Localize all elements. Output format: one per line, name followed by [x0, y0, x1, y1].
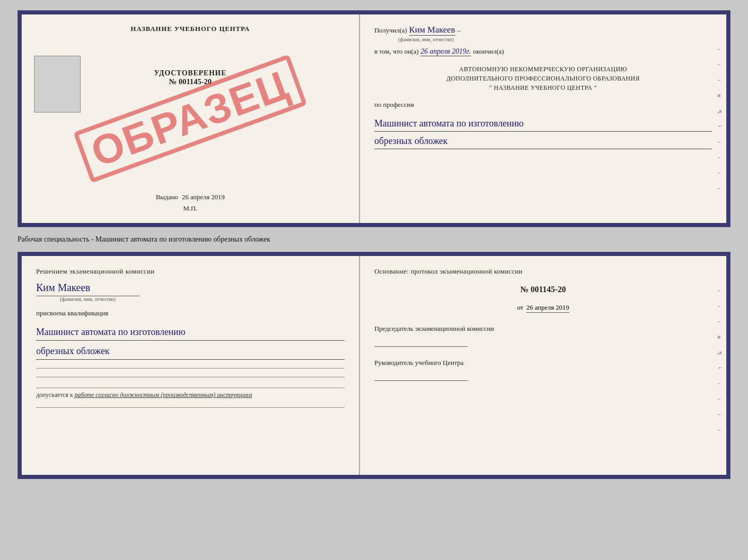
vydano-row: Выдано 26 апреля 2019: [156, 193, 225, 201]
ot-label: от: [517, 303, 523, 311]
dopuskaetsya-text: работе согласно должностным (производств…: [74, 391, 252, 398]
rukovoditel-block: Руководитель учебного Центра: [375, 358, 712, 381]
document-container: НАЗВАНИЕ УЧЕБНОГО ЦЕНТРА ОБРАЗЕЦ УДОСТОВ…: [18, 10, 730, 479]
po-professii-label: по профессии: [375, 101, 712, 109]
prisvoena-label: присвоена квалификация: [36, 309, 345, 317]
vtom-label: в том, что он(а): [375, 47, 419, 56]
fio-sub-bottom: (фамилия, имя, отчество): [36, 296, 139, 302]
komissia-header: Решением экзаменационной комиссии: [36, 266, 345, 277]
dopuskaetsya-block: допускается к работе согласно должностны…: [36, 388, 345, 399]
profession-block: Машинист автомата по изготовлению обрезн…: [375, 114, 712, 149]
poluchil-label: Получил(a): [375, 26, 407, 35]
qual-block: Машинист автомата по изготовлению обрезн…: [36, 322, 345, 360]
caption-text: Рабочая специальность - Машинист автомат…: [18, 233, 730, 246]
top-document: НАЗВАНИЕ УЧЕБНОГО ЦЕНТРА ОБРАЗЕЦ УДОСТОВ…: [18, 10, 730, 227]
dopuskaetsya-prefix: допускается к: [36, 391, 73, 398]
top-doc-right: Получил(a) Ким Макеев – (фамилия, имя, о…: [360, 14, 726, 223]
vydano-date: 26 апреля 2019: [182, 193, 225, 201]
top-doc-left: НАЗВАНИЕ УЧЕБНОГО ЦЕНТРА ОБРАЗЕЦ УДОСТОВ…: [22, 14, 360, 223]
bottom-doc-right: Основание: протокол экзаменационной коми…: [360, 256, 726, 475]
profession-line2: обрезных обложек: [375, 134, 712, 149]
profession-line1: Машинист автомата по изготовлению: [375, 116, 712, 132]
fio-sub-top: (фамилия, имя, отчество): [375, 37, 478, 42]
udostoverenie-label: УДОСТОВЕРЕНИЕ: [154, 69, 226, 77]
protocol-date-row: от 26 апреля 2019: [375, 302, 712, 313]
side-marks-top: – – – и ,а ← – – – –: [718, 45, 723, 191]
rukovoditel-label: Руководитель учебного Центра: [375, 358, 712, 367]
dash-1: –: [457, 26, 461, 35]
osnovanie-label: Основание: протокол экзаменационной коми…: [375, 266, 712, 277]
vydano-label: Выдано: [156, 193, 178, 201]
org-line1: АВТОНОМНУЮ НЕКОММЕРЧЕСКУЮ ОРГАНИЗАЦИЮ: [375, 65, 712, 74]
protocol-number: № 001145-20: [375, 285, 712, 294]
predsedatel-label: Председатель экзаменационной комиссии: [375, 324, 712, 333]
qual-line2: обрезных обложек: [36, 343, 345, 360]
side-marks-bottom: – – – и ,а ← – – – –: [718, 287, 723, 433]
okonchil-label: окончил(а): [473, 47, 504, 56]
vtom-date: 26 апреля 2019г.: [420, 47, 471, 56]
qual-line1: Машинист автомата по изготовлению: [36, 324, 345, 341]
org-line2: ДОПОЛНИТЕЛЬНОГО ПРОФЕССИОНАЛЬНОГО ОБРАЗО…: [375, 74, 712, 83]
vtom-field: в том, что он(а) 26 апреля 2019г. окончи…: [375, 47, 712, 56]
protocol-date: 26 апреля 2019: [526, 303, 569, 313]
bottom-document: Решением экзаменационной комиссии Ким Ма…: [18, 252, 730, 479]
predsedatel-block: Председатель экзаменационной комиссии: [375, 324, 712, 347]
bottom-name: Ким Макеев: [36, 282, 345, 294]
predsedatel-sig-line: [375, 338, 467, 347]
org-line3: " НАЗВАНИЕ УЧЕБНОГО ЦЕНТРА ": [375, 83, 712, 92]
bottom-name-block: Ким Макеев (фамилия, имя, отчество): [36, 281, 345, 303]
bottom-doc-left: Решением экзаменационной комиссии Ким Ма…: [22, 256, 360, 475]
recipient-field: Получил(a) Ким Макеев – (фамилия, имя, о…: [375, 25, 712, 42]
org-block: АВТОНОМНУЮ НЕКОММЕРЧЕСКУЮ ОРГАНИЗАЦИЮ ДО…: [375, 65, 712, 92]
mp-label: М.П.: [183, 204, 197, 213]
photo-placeholder: [34, 56, 81, 113]
school-name-top: НАЗВАНИЕ УЧЕБНОГО ЦЕНТРА: [131, 25, 250, 33]
rukovoditel-sig-line: [375, 372, 467, 381]
recipient-name: Ким Макеев: [409, 25, 455, 36]
